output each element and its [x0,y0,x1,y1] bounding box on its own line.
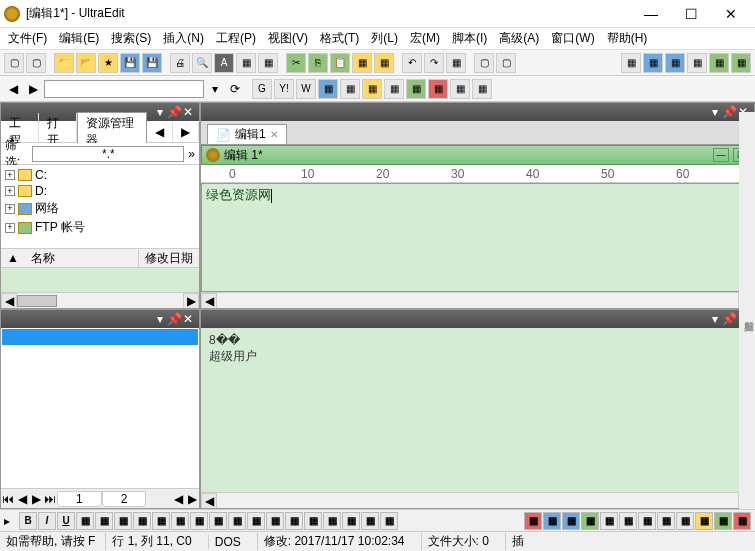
g-icon[interactable]: G [252,79,272,99]
bb15-icon[interactable]: ▦ [285,512,303,530]
otab-prev-icon[interactable]: ◀ [15,492,29,506]
menu-format[interactable]: 格式(T) [316,28,363,49]
menu-script[interactable]: 脚本(I) [448,28,491,49]
tool-r3-icon[interactable]: ▦ [665,53,685,73]
editor-scrollbar[interactable]: ◀ ▶ [201,292,754,308]
bb14-icon[interactable]: ▦ [266,512,284,530]
open-icon[interactable]: 📁 [54,53,74,73]
redo-icon[interactable]: ↷ [424,53,444,73]
tool6-icon[interactable]: ▢ [474,53,494,73]
tool7-icon[interactable]: ▢ [496,53,516,73]
menu-view[interactable]: 视图(V) [264,28,312,49]
pin-icon[interactable]: ▾ [153,105,167,119]
saveall-icon[interactable]: 💾 [142,53,162,73]
save-icon[interactable]: 💾 [120,53,140,73]
ed-pin2-icon[interactable]: 📌 [722,105,736,119]
paste-icon[interactable]: 📋 [330,53,350,73]
otab-last-icon[interactable]: ⏭ [43,492,57,506]
tree-node-ftp[interactable]: +FTP 帐号 [5,218,195,237]
tree-node-c[interactable]: +C: [5,167,195,183]
bb4-icon[interactable]: ▦ [76,512,94,530]
star-icon[interactable]: ★ [98,53,118,73]
bb8-icon[interactable]: ▦ [152,512,170,530]
out-close-icon[interactable]: ✕ [181,312,195,326]
bb6-icon[interactable]: ▦ [114,512,132,530]
cut-icon[interactable]: ✂ [286,53,306,73]
r2b3-icon[interactable]: ▦ [362,79,382,99]
bb-r6-icon[interactable]: ▦ [619,512,637,530]
bb-r4-icon[interactable]: ▦ [581,512,599,530]
info-scrollbar[interactable]: ◀ ▶ [201,492,754,508]
bb19-icon[interactable]: ▦ [361,512,379,530]
bb-r10-icon[interactable]: ▦ [695,512,713,530]
tool-r1-icon[interactable]: ▦ [621,53,641,73]
filter-input[interactable] [32,146,184,162]
menu-edit[interactable]: 编辑(E) [55,28,103,49]
child-min-icon[interactable]: — [713,148,729,162]
pin2-icon[interactable]: 📌 [167,105,181,119]
r2b5-icon[interactable]: ▦ [406,79,426,99]
new2-icon[interactable]: ▢ [26,53,46,73]
text-editor[interactable]: 绿色资源网 [201,183,754,292]
otab-first-icon[interactable]: ⏮ [1,492,15,506]
tree-node-network[interactable]: +网络 [5,199,195,218]
tree-node-d[interactable]: +D: [5,183,195,199]
output-tab-2[interactable]: 2 [102,491,147,507]
output-tab-1[interactable]: 1 [57,491,102,507]
folder-tree[interactable]: +C: +D: +网络 +FTP 帐号 [1,165,199,248]
scroll-left-icon[interactable]: ◀ [1,293,17,309]
output-selection[interactable] [2,329,198,345]
bb-r8-icon[interactable]: ▦ [657,512,675,530]
undo-icon[interactable]: ↶ [402,53,422,73]
bb20-icon[interactable]: ▦ [380,512,398,530]
address-input[interactable] [44,80,204,98]
refresh-icon[interactable]: ⟳ [226,80,244,98]
bb12-icon[interactable]: ▦ [228,512,246,530]
tab-nav-right-icon[interactable]: ▶ [173,123,199,141]
menu-insert[interactable]: 插入(N) [159,28,208,49]
underline-button[interactable]: U [57,512,75,530]
bb-r2-icon[interactable]: ▦ [543,512,561,530]
bb-r12-icon[interactable]: ▦ [733,512,751,530]
tool-r4-icon[interactable]: ▦ [687,53,707,73]
ed-pin-icon[interactable]: ▾ [708,105,722,119]
menu-window[interactable]: 窗口(W) [547,28,598,49]
tool-r5-icon[interactable]: ▦ [709,53,729,73]
a-icon[interactable]: A [214,53,234,73]
minimize-button[interactable]: — [631,0,671,28]
info-pin-icon[interactable]: ▾ [708,312,722,326]
r2b4-icon[interactable]: ▦ [384,79,404,99]
r2b1-icon[interactable]: ▦ [318,79,338,99]
file-tab-1[interactable]: 📄 编辑1 ✕ [207,124,287,144]
scroll-thumb[interactable] [17,295,57,307]
bold-button[interactable]: B [19,512,37,530]
w-icon[interactable]: W [296,79,316,99]
menu-column[interactable]: 列(L) [367,28,402,49]
tool4-icon[interactable]: ▦ [374,53,394,73]
fwd-icon[interactable]: ▶ [24,80,42,98]
maximize-button[interactable]: ☐ [671,0,711,28]
copy-icon[interactable]: ⎘ [308,53,328,73]
otab-next-icon[interactable]: ▶ [29,492,43,506]
bb-r3-icon[interactable]: ▦ [562,512,580,530]
otab-sr-icon[interactable]: ▶ [185,492,199,506]
menu-advanced[interactable]: 高级(A) [495,28,543,49]
bb-r1-icon[interactable]: ▦ [524,512,542,530]
clipboard-sidebar[interactable]: 剪贴板 [739,112,755,509]
bb9-icon[interactable]: ▦ [171,512,189,530]
new-icon[interactable]: ▢ [4,53,24,73]
out-pin-icon[interactable]: ▾ [153,312,167,326]
sort-icon[interactable]: ▲ [1,251,25,265]
menu-project[interactable]: 工程(P) [212,28,260,49]
tool5-icon[interactable]: ▦ [446,53,466,73]
bb-r9-icon[interactable]: ▦ [676,512,694,530]
preview-icon[interactable]: 🔍 [192,53,212,73]
bb-nav-icon[interactable]: ▸ [4,514,18,528]
explorer-scrollbar[interactable]: ◀ ▶ [1,292,199,308]
close-button[interactable]: ✕ [711,0,751,28]
tool1-icon[interactable]: ▦ [236,53,256,73]
menu-search[interactable]: 搜索(S) [107,28,155,49]
bb18-icon[interactable]: ▦ [342,512,360,530]
scroll-right-icon[interactable]: ▶ [183,293,199,309]
menu-macro[interactable]: 宏(M) [406,28,444,49]
